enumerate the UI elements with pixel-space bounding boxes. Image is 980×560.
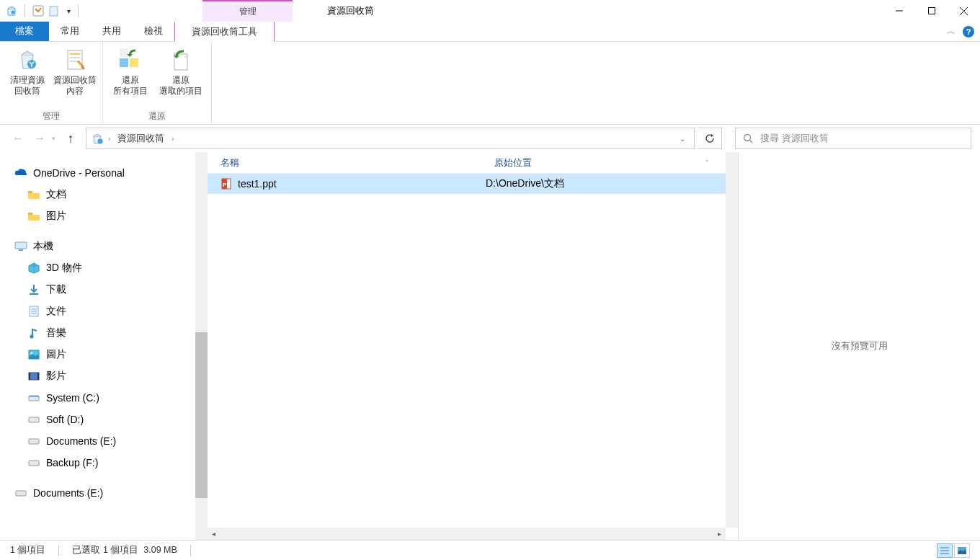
tree-drive-e-root[interactable]: Documents (E:) [9,482,208,504]
tree-label: System (C:) [46,392,99,404]
minimize-button[interactable] [883,0,915,22]
column-header-original-location[interactable]: 原始位置 ˄ [481,156,738,169]
tree-music[interactable]: 音樂 [9,322,208,344]
file-row[interactable]: P test1.ppt D:\OneDrive\文档 [208,174,738,194]
content-horizontal-scrollbar[interactable]: ◂ ▸ [208,528,726,540]
restore-selected-button[interactable]: 還原選取的項目 [154,45,208,97]
scroll-left-icon[interactable]: ◂ [208,528,220,540]
tree-videos[interactable]: 影片 [9,365,208,387]
restore-all-button[interactable]: 還原所有項目 [107,45,154,97]
status-selected-count: 已選取 1 個項目 3.09 MB [72,544,177,556]
ribbon-group-manage: 清理資源回收筒 資源回收筒內容 管理 [0,42,103,124]
drive-icon [14,486,27,499]
refresh-button[interactable] [698,128,722,149]
close-button[interactable] [948,0,980,22]
window-title: 資源回收筒 [327,5,374,17]
ribbon-group-label: 還原 [107,109,208,124]
collapse-ribbon-icon[interactable]: ︿ [947,25,956,37]
details-view-button[interactable] [937,543,953,558]
file-original-location: D:\OneDrive\文档 [481,177,738,190]
tree-label: Soft (D:) [46,414,84,425]
tree-onedrive-pics[interactable]: 图片 [9,205,208,227]
scroll-right-icon[interactable]: ▸ [713,528,726,540]
status-bar: 1 個項目 已選取 1 個項目 3.09 MB [0,540,980,560]
navigation-bar: ← → ▾ ↑ › 資源回收筒 › ⌄ 搜尋 資源回收筒 [0,125,980,152]
tree-label: Backup (F:) [46,457,98,468]
tree-this-pc[interactable]: 本機 [9,236,208,257]
tree-drive-d[interactable]: Soft (D:) [9,409,208,430]
tab-recycle-bin-tools[interactable]: 資源回收筒工具 [174,22,275,42]
tree-label: 影片 [46,370,66,383]
properties-qat-icon[interactable] [32,5,44,17]
tree-downloads[interactable]: 下載 [9,279,208,301]
tree-drive-e[interactable]: Documents (E:) [9,430,208,452]
tree-label: 文件 [46,305,66,318]
svg-rect-22 [15,242,27,249]
svg-rect-32 [29,373,39,380]
tab-file[interactable]: 檔案 [0,22,49,41]
navigation-tree: OneDrive - Personal 文档 图片 本機 3D 物件 下載 [0,152,208,540]
search-box[interactable]: 搜尋 資源回收筒 [735,128,971,149]
tree-3d-objects[interactable]: 3D 物件 [9,257,208,279]
tree-documents[interactable]: 文件 [9,301,208,322]
3d-objects-icon [27,262,40,275]
forward-button[interactable]: → [30,129,49,148]
back-button[interactable]: ← [9,129,27,148]
tree-pictures[interactable]: 圖片 [9,344,208,365]
preview-pane: 沒有預覽可用 [739,152,980,540]
tab-share[interactable]: 共用 [91,22,133,41]
thumbnails-view-button[interactable] [954,543,970,558]
svg-rect-14 [130,58,138,67]
status-item-count: 1 個項目 [10,544,45,556]
svg-rect-37 [29,417,39,422]
tab-home[interactable]: 常用 [49,22,91,41]
tree-label: 3D 物件 [46,262,82,275]
sort-indicator-icon: ˄ [705,159,709,166]
content-vertical-scrollbar[interactable] [726,152,738,528]
folder-icon [27,188,40,201]
status-separator [190,545,191,556]
recycle-bin-addr-icon [91,132,104,145]
videos-icon [27,370,40,383]
tree-drive-c[interactable]: System (C:) [9,387,208,409]
file-name: test1.ppt [238,178,277,190]
documents-icon [27,305,40,318]
svg-rect-15 [120,48,128,57]
column-header-name[interactable]: 名稱 [208,156,481,169]
drive-icon [27,413,40,426]
ribbon-group-label: 管理 [4,109,99,124]
qat-customize-chevron[interactable]: ▾ [67,7,71,15]
tree-label: Documents (E:) [46,435,116,447]
tree-label: 圖片 [46,348,66,361]
svg-rect-10 [70,53,80,55]
column-headers: 名稱 原始位置 ˄ [208,152,738,174]
maximize-button[interactable] [915,0,948,22]
svg-point-29 [30,335,34,339]
svg-rect-39 [29,461,39,466]
drive-icon [27,435,40,448]
address-bar[interactable]: › 資源回收筒 › ⌄ [86,128,695,149]
window-controls [883,0,980,22]
drive-icon [27,391,40,404]
tree-scrollbar[interactable] [195,152,208,540]
tree-drive-f[interactable]: Backup (F:) [9,452,208,474]
tree-onedrive-docs[interactable]: 文档 [9,184,208,205]
recycle-bin-properties-button[interactable]: 資源回收筒內容 [51,45,99,97]
tab-view[interactable]: 檢視 [133,22,174,41]
breadcrumb-chevron-icon[interactable]: › [108,135,110,143]
svg-rect-38 [29,439,39,444]
up-button[interactable]: ↑ [61,129,80,148]
search-icon [743,133,753,143]
file-list[interactable]: P test1.ppt D:\OneDrive\文档 [208,174,738,540]
onedrive-icon [14,166,27,179]
help-icon[interactable]: ? [963,26,974,37]
empty-recycle-bin-button[interactable]: 清理資源回收筒 [4,45,51,97]
context-tab-header: 管理 [202,0,293,22]
breadcrumb-item[interactable]: 資源回收筒 [115,130,167,146]
address-dropdown[interactable]: ⌄ [675,135,690,143]
history-dropdown[interactable]: ▾ [52,135,55,142]
new-folder-qat-icon[interactable] [48,5,60,17]
tree-onedrive[interactable]: OneDrive - Personal [9,162,208,184]
breadcrumb-chevron-icon[interactable]: › [172,135,174,143]
qat-separator [24,4,25,17]
